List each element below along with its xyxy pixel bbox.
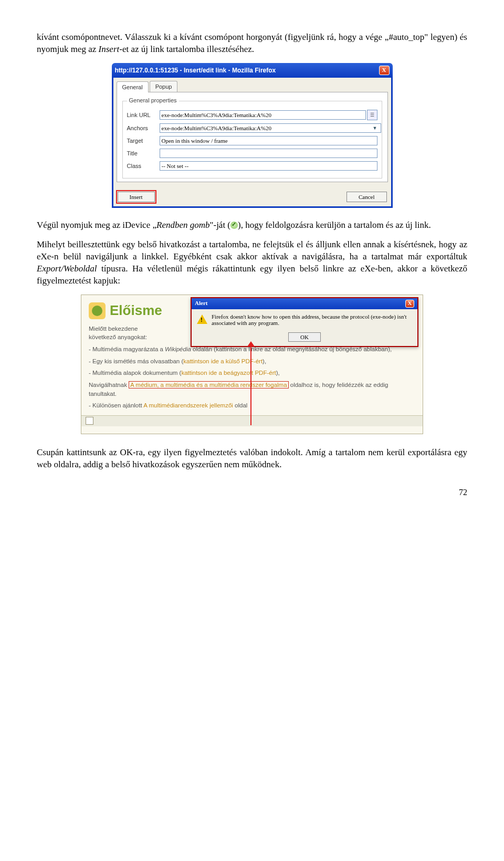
text: Navigálhatnak (89, 382, 129, 388)
alert-body: Firefox doesn't know how to open this ad… (192, 309, 417, 330)
text: - Multimédia magyarázata a (89, 346, 165, 352)
paragraph-4: Csupán kattintsunk az OK-ra, egy ilyen f… (37, 447, 467, 471)
fieldset-legend: General properties (127, 97, 179, 103)
page-number: 72 (37, 487, 467, 498)
link-text-highlighted[interactable]: A médium, a multimédia és a multimédia r… (129, 381, 289, 388)
arrow-line (250, 344, 251, 425)
label-link-url: Link URL (127, 112, 160, 118)
row-anchors: Anchors ▼ (127, 123, 377, 133)
text: következő anyagokat: (89, 334, 147, 340)
text: ), (262, 358, 266, 364)
tab-popup[interactable]: Popup (150, 81, 178, 92)
browse-icon[interactable]: ☰ (367, 110, 377, 120)
dialog-body: General Popup General properties Link UR… (112, 78, 393, 208)
tab-panel: General properties Link URL ☰ Anchors ▼ … (117, 92, 388, 182)
content-line: - Egy kis ismétlés más olvasatban (katti… (89, 357, 415, 366)
text-italic: Rendben gomb (156, 220, 210, 230)
footer-band (81, 415, 423, 426)
text: - Egy kis ismétlés más olvasatban ( (89, 358, 183, 364)
row-link-url: Link URL ☰ (127, 110, 377, 120)
text-italic: Export/Weboldal (37, 264, 97, 274)
exe-preview-body: Előisme Alert X Firefox doesn't know how… (81, 295, 423, 434)
text-italic: Insert (99, 44, 120, 54)
ok-button[interactable]: OK (288, 332, 321, 342)
text: - Különösen ajánlott (89, 402, 143, 408)
insert-button[interactable]: Insert (118, 192, 155, 202)
checkmark-icon (230, 222, 238, 229)
chevron-down-icon[interactable]: ▼ (373, 125, 377, 131)
paragraph-2: Végül nyomjuk meg az iDevice „Rendben go… (37, 219, 467, 232)
alert-titlebar: Alert X (192, 298, 417, 309)
row-class: Class (127, 161, 377, 171)
label-target: Target (127, 138, 160, 144)
row-title: Title (127, 149, 377, 158)
text: Mihelyt beillesztettünk egy belső hivatk… (37, 239, 467, 261)
paragraph-1: kívánt csomópontnevet. Válasszuk ki a kí… (37, 32, 467, 56)
title-input[interactable] (160, 149, 377, 158)
text: -et az új link tartalomba illesztéséhez. (119, 44, 254, 54)
text-italic: Wikipédia (165, 346, 191, 352)
dialog-title: http://127.0.0.1:51235 - Insert/edit lin… (115, 67, 276, 74)
text: ), (276, 370, 280, 376)
text: "-ját ( (210, 220, 231, 230)
text: típusra. Ha véletlenül mégis rákattintun… (37, 264, 467, 286)
text: oldal (233, 402, 248, 408)
text: ), hogy feldolgozásra kerüljön a tartalo… (238, 220, 431, 230)
insert-link-dialog: http://127.0.0.1:51235 - Insert/edit lin… (112, 63, 393, 208)
text: Végül nyomjuk meg az iDevice „ (37, 220, 156, 230)
text: - Multimédia alapok dokumentum ( (89, 370, 181, 376)
checkbox-icon[interactable] (86, 417, 93, 425)
label-title: Title (127, 150, 160, 156)
alert-button-row: OK (192, 330, 417, 346)
close-icon[interactable]: X (379, 66, 390, 75)
row-target: Target (127, 136, 377, 145)
label-class: Class (127, 163, 160, 169)
text: Mielőtt bekezdene (89, 326, 138, 332)
label-anchors: Anchors (127, 125, 160, 131)
content-line: - Különösen ajánlott A multimédiarendsze… (89, 401, 415, 410)
target-select[interactable] (160, 136, 377, 145)
anchors-input[interactable] (160, 123, 381, 133)
class-select[interactable] (160, 161, 377, 171)
link-text[interactable]: kattintson ide a beágyazott PDF-ért (181, 370, 276, 376)
book-icon (89, 302, 106, 319)
cancel-button[interactable]: Cancel (346, 192, 387, 202)
tab-strip: General Popup (117, 81, 388, 92)
warning-icon (197, 314, 207, 324)
heading-text: Előisme (110, 302, 162, 319)
paragraph-3: Mihelyt beillesztettünk egy belső hivatk… (37, 239, 467, 287)
text: oldalán (kattintson a linkre az oldal me… (191, 346, 392, 352)
link-text[interactable]: A multimédiarendszerek jellemzői (143, 402, 233, 408)
link-url-input[interactable] (160, 110, 366, 120)
general-properties-fieldset: General properties Link URL ☰ Anchors ▼ … (122, 101, 382, 178)
content-line: Navigálhatnak A médium, a multimédia és … (89, 381, 415, 398)
dialog-button-row: Insert Cancel (118, 192, 387, 202)
alert-message: Firefox doesn't know how to open this ad… (212, 313, 412, 326)
content-line: - Multimédia alapok dokumentum (kattints… (89, 369, 415, 377)
dialog-titlebar: http://127.0.0.1:51235 - Insert/edit lin… (112, 63, 393, 78)
tab-general[interactable]: General (117, 81, 149, 92)
firefox-alert-dialog: Alert X Firefox doesn't know how to open… (191, 297, 418, 347)
close-icon[interactable]: X (405, 300, 414, 308)
exe-preview-screenshot: Előisme Alert X Firefox doesn't know how… (81, 295, 423, 434)
alert-title: Alert (195, 300, 207, 308)
